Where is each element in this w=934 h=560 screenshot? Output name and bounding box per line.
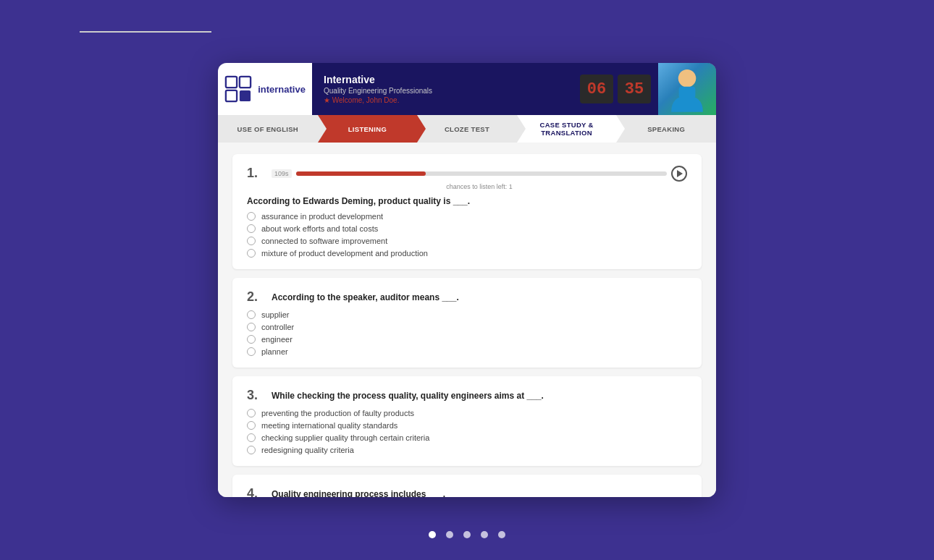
radio-2-2[interactable]: [247, 323, 256, 331]
welcome-icon: ★: [324, 96, 330, 104]
audio-bar-row: 109s: [272, 166, 687, 182]
option-label: meeting international quality standards: [261, 421, 397, 430]
option-item[interactable]: about work efforts and total costs: [247, 224, 687, 233]
options-list-1: assurance in product development about w…: [247, 212, 687, 258]
audio-time-label: 109s: [272, 169, 292, 178]
options-list-3: preventing the production of faulty prod…: [247, 409, 687, 454]
question-number-2: 2.: [247, 289, 264, 305]
radio-3-4[interactable]: [247, 446, 256, 454]
option-item[interactable]: connected to software improvement: [247, 237, 687, 245]
radio-3-3[interactable]: [247, 433, 256, 442]
person-silhouette: [662, 64, 712, 115]
option-item[interactable]: preventing the production of faulty prod…: [247, 409, 687, 417]
option-label: preventing the production of faulty prod…: [261, 409, 414, 417]
option-label: supplier: [261, 310, 290, 319]
pagination-dots: [429, 531, 505, 538]
tab-speaking[interactable]: SPEAKING: [616, 115, 716, 143]
option-item[interactable]: mixture of product development and produ…: [247, 249, 687, 258]
tab-case-study[interactable]: CASE STUDY & TRANSLATION: [517, 115, 617, 143]
audio-progress-fill: [296, 171, 426, 176]
option-item[interactable]: planner: [247, 347, 687, 356]
play-button[interactable]: [671, 166, 687, 182]
svg-rect-2: [226, 90, 237, 101]
radio-1-2[interactable]: [247, 224, 256, 233]
svg-rect-0: [226, 77, 237, 88]
option-item[interactable]: redesigning quality criteria: [247, 446, 687, 454]
logo-icon: [224, 75, 252, 103]
page-wrapper: internative Internative Quality Engineer…: [0, 0, 934, 560]
header: internative Internative Quality Engineer…: [218, 63, 716, 115]
question-card-3: 3. While checking the process quality, q…: [232, 376, 702, 466]
option-label: connected to software improvement: [261, 237, 387, 245]
audio-player-1: 109s chances to listen left: 1: [272, 166, 687, 190]
question-text-4: Quality engineering process includes ___…: [272, 489, 445, 498]
svg-point-4: [678, 69, 697, 88]
radio-1-3[interactable]: [247, 237, 256, 245]
option-item[interactable]: controller: [247, 323, 687, 331]
play-icon: [677, 170, 683, 177]
option-item[interactable]: assurance in product development: [247, 212, 687, 221]
option-label: checking supplier quality through certai…: [261, 433, 429, 442]
option-label: assurance in product development: [261, 212, 383, 221]
top-bar-line: [80, 31, 211, 33]
question-card-4: 4. Quality engineering process includes …: [232, 475, 702, 497]
svg-rect-3: [240, 90, 251, 101]
option-label: planner: [261, 347, 288, 356]
question-header-2: 2. According to the speaker, auditor mea…: [247, 289, 687, 305]
brand-tagline: Quality Engineering Professionals: [324, 87, 561, 95]
question-text-2: According to the speaker, auditor means …: [272, 292, 459, 302]
dot-3[interactable]: [463, 531, 471, 538]
main-card: internative Internative Quality Engineer…: [218, 63, 716, 497]
question-header-4: 4. Quality engineering process includes …: [247, 486, 687, 497]
radio-3-1[interactable]: [247, 409, 256, 417]
chances-label: chances to listen left: 1: [272, 183, 687, 190]
radio-1-4[interactable]: [247, 249, 256, 258]
radio-2-1[interactable]: [247, 310, 256, 319]
tab-listening[interactable]: LISTENING: [318, 115, 418, 143]
svg-rect-5: [679, 87, 696, 98]
svg-rect-1: [240, 77, 251, 88]
option-item[interactable]: checking supplier quality through certai…: [247, 433, 687, 442]
audio-progress-bar[interactable]: [296, 171, 667, 176]
option-label: about work efforts and total costs: [261, 224, 378, 233]
content-area: 1. 109s chances to listen left: 1: [218, 143, 716, 497]
option-item[interactable]: supplier: [247, 310, 687, 319]
option-label: controller: [261, 323, 294, 331]
tab-cloze-test[interactable]: CLOZE TEST: [417, 115, 517, 143]
question-header-1: 1. 109s chances to listen left: 1: [247, 166, 687, 190]
timer-area: 06 35: [573, 75, 658, 103]
nav-tabs: USE OF ENGLISH LISTENING CLOZE TEST CASE…: [218, 115, 716, 143]
logo-text: internative: [258, 84, 306, 95]
tab-use-of-english[interactable]: USE OF ENGLISH: [218, 115, 318, 143]
timer-seconds: 35: [618, 75, 651, 103]
options-list-2: supplier controller engineer planner: [247, 310, 687, 356]
question-number-4: 4.: [247, 486, 264, 497]
user-name: John Doe.: [366, 96, 400, 104]
dot-4[interactable]: [481, 531, 488, 538]
option-item[interactable]: engineer: [247, 335, 687, 344]
question-card-1: 1. 109s chances to listen left: 1: [232, 154, 702, 269]
radio-2-3[interactable]: [247, 335, 256, 344]
question-number-3: 3.: [247, 388, 264, 403]
radio-1-1[interactable]: [247, 212, 256, 221]
logo-inner: internative: [224, 75, 306, 103]
dot-5[interactable]: [498, 531, 505, 538]
option-label: engineer: [261, 335, 293, 344]
radio-3-2[interactable]: [247, 421, 256, 430]
dot-2[interactable]: [446, 531, 453, 538]
dot-1[interactable]: [429, 531, 436, 538]
question-text-3: While checking the process quality, qual…: [272, 391, 544, 401]
question-text-1: According to Edwards Deming, product qua…: [247, 196, 687, 206]
brand-info: Internative Quality Engineering Professi…: [312, 74, 573, 104]
user-photo-placeholder: [658, 63, 716, 115]
question-header-3: 3. While checking the process quality, q…: [247, 388, 687, 403]
logo-area: internative: [218, 63, 312, 115]
option-label: redesigning quality criteria: [261, 446, 354, 454]
timer-minutes: 06: [580, 75, 613, 103]
radio-2-4[interactable]: [247, 347, 256, 356]
welcome-label: Welcome,: [332, 96, 364, 104]
option-item[interactable]: meeting international quality standards: [247, 421, 687, 430]
question-number-1: 1.: [247, 166, 264, 181]
brand-name: Internative: [324, 74, 561, 85]
user-photo: [658, 63, 716, 115]
